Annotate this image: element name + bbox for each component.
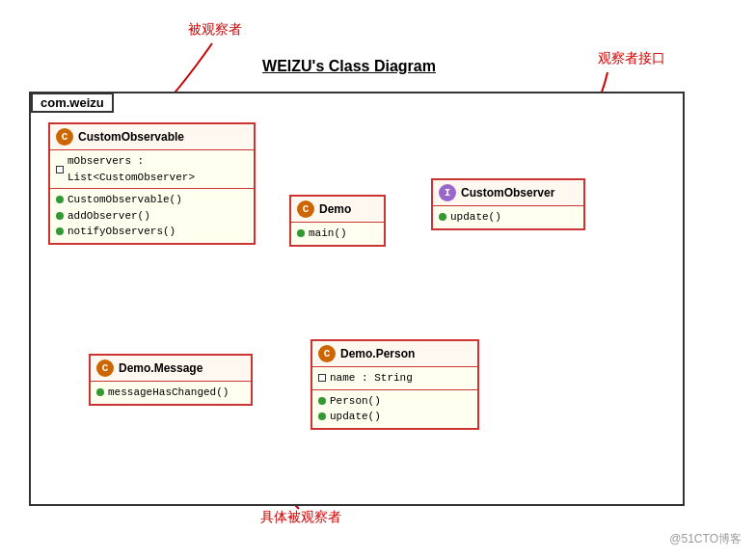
class-type-icon-observable: C	[56, 128, 73, 146]
field-icon	[56, 166, 64, 173]
class-type-icon-observer: I	[439, 184, 456, 201]
method-dot	[318, 397, 326, 405]
method-dot	[96, 388, 104, 396]
method-person-constructor: Person()	[330, 393, 381, 410]
annotation-concrete-subject: 具体被观察者	[260, 509, 341, 526]
class-demomessage: C Demo.Message messageHasChanged()	[89, 354, 253, 406]
watermark: @51CTO博客	[669, 531, 742, 547]
method-update-observer: update()	[450, 209, 501, 226]
method-messagehaschanged: messageHasChanged()	[108, 385, 229, 401]
method-main: main()	[309, 226, 347, 242]
method-dot	[297, 229, 305, 237]
field-name-person: name : String	[330, 370, 413, 386]
field-mobservers: mObservers : List<CustomObserver>	[68, 153, 248, 185]
package-box: com.weizu C CustomObservable mObservers …	[29, 92, 685, 506]
class-demo: C Demo main()	[289, 195, 386, 247]
method-dot	[318, 413, 326, 420]
class-type-icon-message: C	[96, 359, 114, 377]
annotation-observer-interface: 观察者接口	[598, 50, 665, 67]
method-dot	[56, 212, 64, 220]
method-notifyobservers: notifyObservers()	[68, 224, 176, 240]
class-name-demo: Demo	[319, 202, 351, 216]
method-addobserver: addObserver()	[68, 208, 150, 225]
class-customobservable: C CustomObservable mObservers : List<Cus…	[48, 122, 256, 245]
package-label: com.weizu	[31, 93, 114, 113]
method-dot	[56, 227, 64, 235]
method-update-person: update()	[330, 409, 381, 425]
class-name-observer: CustomObserver	[461, 186, 554, 200]
class-name-person: Demo.Person	[340, 347, 415, 360]
annotation-subject: 被观察者	[188, 21, 242, 39]
class-customobserver: I CustomObserver update()	[431, 178, 585, 230]
class-type-icon-person: C	[318, 345, 336, 362]
method-constructor: CustomObservable()	[68, 192, 182, 208]
class-name-message: Demo.Message	[119, 361, 202, 375]
method-dot	[439, 213, 446, 221]
class-name-observable: CustomObservable	[78, 130, 184, 144]
class-type-icon-demo: C	[297, 200, 314, 218]
method-dot	[56, 196, 64, 203]
field-icon-person	[318, 374, 326, 382]
class-demoperson: C Demo.Person name : String Person() upd…	[310, 339, 479, 430]
